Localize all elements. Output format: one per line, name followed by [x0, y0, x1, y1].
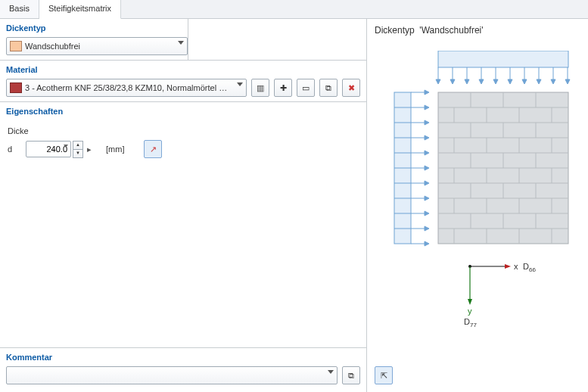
- tab-basis[interactable]: Basis: [0, 0, 39, 18]
- svg-marker-8: [479, 79, 484, 84]
- export-image-button[interactable]: ⇱: [375, 366, 393, 384]
- svg-marker-52: [425, 241, 429, 246]
- material-value: 3 - Acotherm KNF 25/38/23,8 KZM10, Norma…: [25, 83, 232, 92]
- chevron-down-icon: [237, 82, 243, 86]
- material-panel: Material 3 - Acotherm KNF 25/38/23,8 KZM…: [0, 61, 366, 102]
- svg-marker-14: [522, 79, 527, 84]
- dickentyp-value: Wandschubfrei: [25, 42, 173, 51]
- dickentyp-title: Dickentyp: [6, 23, 182, 33]
- svg-marker-50: [425, 226, 429, 231]
- svg-text:D66: D66: [523, 262, 536, 273]
- svg-marker-38: [425, 135, 429, 140]
- svg-marker-34: [425, 105, 429, 110]
- pick-icon: ↗: [150, 145, 157, 154]
- chevron-down-icon: [178, 41, 184, 45]
- svg-marker-46: [425, 196, 429, 201]
- wall-swatch-icon: [10, 41, 22, 51]
- chevron-down-icon: [328, 370, 334, 374]
- preview-title: Dickentyp 'Wandschubfrei': [375, 25, 580, 36]
- svg-marker-2: [436, 79, 440, 84]
- copy-icon: ⧉: [325, 83, 331, 93]
- svg-marker-100: [505, 264, 511, 269]
- svg-marker-42: [425, 166, 429, 170]
- new-button[interactable]: ✚: [274, 79, 292, 97]
- tabs: Basis Steifigkeitsmatrix: [0, 0, 588, 19]
- kommentar-title: Kommentar: [6, 353, 360, 362]
- svg-marker-36: [425, 120, 429, 125]
- kommentar-copy-button[interactable]: ⧉: [342, 366, 360, 384]
- tab-steifigkeitsmatrix[interactable]: Steifigkeitsmatrix: [39, 0, 121, 19]
- delete-button[interactable]: ✖: [342, 79, 360, 97]
- d-symbol: d: [8, 145, 18, 154]
- delete-icon: ✖: [348, 83, 355, 93]
- svg-marker-10: [493, 79, 498, 84]
- open-button[interactable]: ▭: [297, 79, 315, 97]
- eigenschaften-panel: Eigenschaften Dicke d ▲ ▼: [0, 102, 366, 348]
- material-swatch-icon: [10, 82, 22, 93]
- copy-button[interactable]: ⧉: [319, 79, 338, 97]
- diagram: x D66 y D77: [379, 51, 576, 263]
- svg-marker-16: [537, 79, 541, 84]
- pick-button[interactable]: ↗: [144, 140, 162, 158]
- axis-y-label: y: [468, 306, 472, 316]
- kommentar-panel: Kommentar ⧉: [0, 348, 366, 392]
- preview-panel: Dickentyp 'Wandschubfrei': [366, 19, 588, 392]
- step-up-icon[interactable]: ▲: [73, 141, 83, 150]
- svg-marker-18: [551, 79, 555, 84]
- svg-marker-32: [425, 90, 429, 95]
- svg-marker-40: [425, 151, 429, 155]
- new-icon: ✚: [280, 83, 287, 93]
- dickentyp-panel: Dickentyp Wandschubfrei: [0, 19, 188, 60]
- svg-marker-102: [468, 299, 472, 305]
- library-icon: ▥: [257, 83, 264, 93]
- unit-label: [mm]: [106, 145, 124, 154]
- dicke-label: Dicke: [8, 126, 359, 135]
- svg-marker-48: [425, 211, 429, 216]
- eigenschaften-title: Eigenschaften: [6, 107, 360, 116]
- thickness-input[interactable]: [26, 141, 71, 157]
- material-title: Material: [6, 65, 360, 74]
- empty-panel: [188, 19, 366, 60]
- diagram-svg: x D66 y D77: [379, 51, 576, 331]
- svg-marker-44: [425, 181, 429, 185]
- thickness-stepper[interactable]: ▲ ▼: [73, 141, 83, 158]
- step-down-icon[interactable]: ▼: [73, 150, 83, 158]
- next-value-button[interactable]: ▸: [85, 141, 94, 157]
- open-icon: ▭: [302, 83, 310, 93]
- copy-icon: ⧉: [348, 371, 354, 381]
- dickentyp-select[interactable]: Wandschubfrei: [6, 37, 188, 55]
- svg-marker-20: [565, 79, 570, 84]
- kommentar-select[interactable]: [6, 366, 338, 384]
- library-button[interactable]: ▥: [251, 79, 269, 97]
- material-select[interactable]: 3 - Acotherm KNF 25/38/23,8 KZM10, Norma…: [6, 79, 247, 97]
- axis-x-label: x: [514, 262, 518, 271]
- export-icon: ⇱: [381, 371, 387, 381]
- svg-marker-12: [508, 79, 512, 84]
- svg-rect-0: [438, 51, 568, 67]
- svg-marker-4: [450, 79, 455, 84]
- svg-marker-6: [465, 79, 469, 84]
- svg-text:D77: D77: [464, 317, 477, 328]
